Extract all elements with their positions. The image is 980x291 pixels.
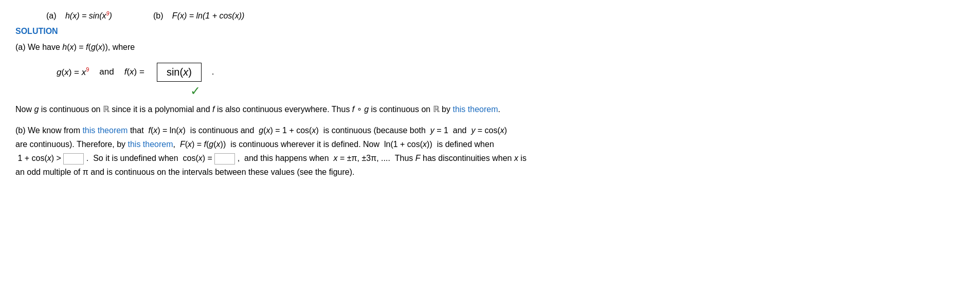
solution-header: SOLUTION [15, 27, 965, 36]
part-a-exponent: 9 [106, 10, 109, 16]
part-a-problem: (a) h(x) = sin(x9) [46, 10, 112, 21]
green-checkmark: ✓ [190, 84, 965, 98]
part-a-label: (a) [46, 11, 57, 20]
part-b-label: (b) [153, 11, 164, 20]
real-numbers-2: ℝ [433, 105, 440, 114]
this-theorem-link-1[interactable]: this theorem [452, 105, 498, 114]
problem-header: (a) h(x) = sin(x9) (b) F(x) = ln(1 + cos… [46, 10, 965, 21]
fx-label: f(x) = [124, 67, 144, 77]
fx-boxed-value: sin(x) [157, 63, 202, 82]
blank-box-2[interactable] [214, 153, 235, 165]
this-theorem-link-3[interactable]: this theorem [128, 140, 173, 149]
part-b-problem: (b) F(x) = ln(1 + cos(x)) [153, 11, 244, 21]
gx-expression: g(x) = x9 [57, 66, 89, 78]
part-a-expr: h(x) = sin(x9) [65, 11, 112, 20]
part-b-paragraph: (b) We know from this theorem that f(x) … [15, 123, 965, 179]
part-a-intro: (a) We have h(x) = f(g(x)), where [15, 40, 965, 54]
part-b-expr: F(x) = ln(1 + cos(x)) [172, 11, 244, 20]
this-theorem-link-2[interactable]: this theorem [82, 126, 128, 135]
gx-fx-line: g(x) = x9 and f(x) = sin(x) . [57, 63, 965, 82]
real-numbers-1: ℝ [103, 105, 110, 114]
period-dot: . [212, 67, 214, 77]
blank-box-1[interactable] [63, 153, 84, 165]
checkmark-area: ✓ [15, 84, 965, 98]
and-text: and [99, 67, 114, 77]
continuous-paragraph: Now g is continuous on ℝ since it is a p… [15, 102, 965, 116]
gx-exponent: 9 [86, 66, 89, 72]
